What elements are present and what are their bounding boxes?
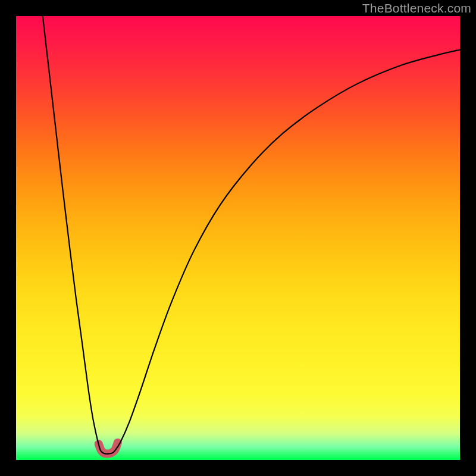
main-curve bbox=[43, 16, 460, 454]
chart-plot-area bbox=[16, 16, 460, 460]
chart-frame: TheBottleneck.com bbox=[0, 0, 476, 476]
watermark-text: TheBottleneck.com bbox=[362, 1, 471, 15]
chart-curve-svg bbox=[16, 16, 460, 460]
